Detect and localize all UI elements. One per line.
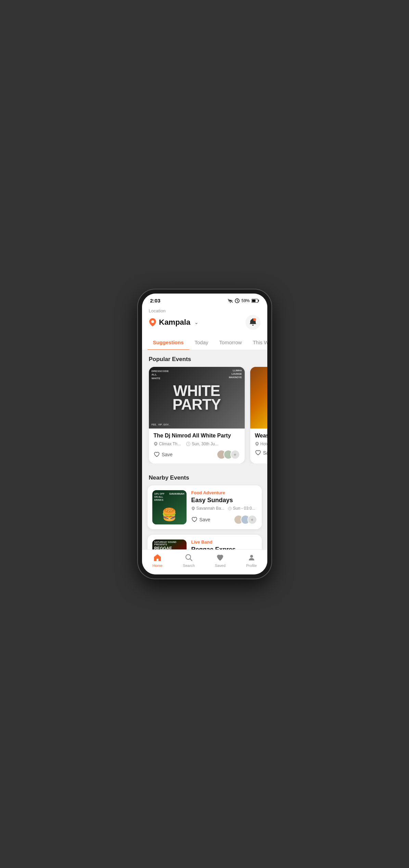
popular-events-title: Popular Events xyxy=(142,356,267,367)
venue-meta-wease: Hotel... xyxy=(255,442,267,446)
search-icon xyxy=(184,553,193,562)
nav-item-home[interactable]: Home xyxy=(142,553,174,568)
battery-label: 59% xyxy=(241,298,250,303)
notification-button[interactable] xyxy=(245,315,260,330)
event-image-wease: ★ xyxy=(250,367,267,429)
nearby-image-reggae: SATURDAY SOUNDPRESENTS REGGAEXPRESSMONDA… xyxy=(152,540,187,549)
nav-item-search[interactable]: Search xyxy=(173,553,205,568)
venue-pin-icon xyxy=(154,442,158,446)
svg-rect-3 xyxy=(258,300,259,301)
calendar-icon xyxy=(186,442,190,446)
venue-meta-easy: Savannah Ba... xyxy=(191,506,225,511)
chevron-down-icon[interactable]: ⌄ xyxy=(194,320,199,325)
nav-item-profile[interactable]: Profile xyxy=(236,553,267,568)
event-name-wease: Wease... xyxy=(255,433,267,439)
date-meta-easy: Sun - 03:0... xyxy=(228,506,255,511)
nearby-name-reggae: Reggae Expres... xyxy=(191,546,257,549)
clock-icon xyxy=(235,298,240,303)
time-icon-easy xyxy=(228,507,232,510)
nearby-info-easy-sundays: Food Adventure Easy Sundays Savannah Ba.… xyxy=(191,490,257,524)
tab-suggestions[interactable]: Suggestions xyxy=(148,335,189,350)
avatar-plus-easy: + xyxy=(247,515,257,524)
nav-label-profile: Profile xyxy=(246,563,257,568)
event-meta-wease: Hotel... xyxy=(255,442,267,446)
svg-point-6 xyxy=(253,318,256,321)
battery-icon xyxy=(252,299,259,303)
venue-pin-icon-3 xyxy=(191,507,195,510)
heart-icon-easy xyxy=(191,517,197,523)
svg-rect-4 xyxy=(252,299,255,302)
event-card-all-white[interactable]: DRESSCODEALLWHITE LLIMHALOUNGEMAKINOYE W… xyxy=(149,367,245,463)
location-left: Kampala ⌄ xyxy=(149,318,199,327)
nav-label-saved: Saved xyxy=(215,563,226,568)
nearby-meta-easy-sundays: Savannah Ba... Sun - 03:0... xyxy=(191,506,257,511)
tab-tomorrow[interactable]: Tomorrow xyxy=(214,335,247,350)
main-content: Popular Events DRESSCODEALLWHITE LLIMHAL… xyxy=(142,350,267,549)
status-time: 2:03 xyxy=(150,298,161,303)
svg-point-9 xyxy=(256,443,258,444)
tab-this-week[interactable]: This We... xyxy=(247,335,267,350)
phone-screen: 2:03 59% xyxy=(142,294,267,574)
nearby-events-title: Nearby Events xyxy=(142,474,267,485)
save-button-wease[interactable]: Sav... xyxy=(255,450,267,456)
event-name-all-white: The Dj Nimrod All White Party xyxy=(154,433,240,439)
nearby-name-easy-sundays: Easy Sundays xyxy=(191,497,257,504)
event-info-all-white: The Dj Nimrod All White Party Climax Th.… xyxy=(149,429,245,463)
avatar-group-easy: + xyxy=(234,515,257,524)
nearby-card-reggae[interactable]: SATURDAY SOUNDPRESENTS REGGAEXPRESSMONDA… xyxy=(148,535,262,549)
avatar-plus: + xyxy=(230,450,240,459)
nav-label-home: Home xyxy=(153,563,163,568)
nearby-card-easy-sundays[interactable]: 10% OFFON ALLDRINKS SAVANNAH 🍔 Food Adve… xyxy=(148,485,262,529)
nearby-events-section: Nearby Events 10% OFFON ALLDRINKS SAVANN… xyxy=(142,469,267,549)
location-row: Kampala ⌄ xyxy=(149,315,260,330)
location-label: Location xyxy=(149,308,260,313)
home-icon xyxy=(153,553,162,562)
profile-icon xyxy=(247,553,256,562)
avatar-group-all-white: + xyxy=(217,450,240,459)
heart-icon-all-white xyxy=(154,451,160,458)
event-image-all-white: DRESSCODEALLWHITE LLIMHALOUNGEMAKINOYE W… xyxy=(149,367,245,429)
venue-pin-icon-2 xyxy=(255,442,259,446)
event-footer-all-white: Save + xyxy=(154,450,240,459)
saved-icon xyxy=(216,553,225,562)
svg-point-5 xyxy=(151,320,154,323)
nearby-info-reggae: Live Band Reggae Expres... Safari Maz... xyxy=(191,540,257,549)
popular-events-section: Popular Events DRESSCODEALLWHITE LLIMHAL… xyxy=(142,350,267,469)
nearby-category-easy-sundays: Food Adventure xyxy=(191,490,257,495)
event-info-wease: Wease... Hotel... xyxy=(250,429,267,460)
status-bar: 2:03 59% xyxy=(142,294,267,306)
phone-frame: 2:03 59% xyxy=(138,289,271,579)
svg-point-16 xyxy=(250,555,253,558)
header: Location Kampala ⌄ xyxy=(142,306,267,335)
date-meta: Sun, 30th Ju... xyxy=(186,442,218,446)
bell-icon xyxy=(249,318,257,326)
tabs-bar: Suggestions Today Tomorrow This We... xyxy=(142,335,267,350)
heart-icon-wease xyxy=(255,450,261,456)
popular-events-scroll[interactable]: DRESSCODEALLWHITE LLIMHALOUNGEMAKINOYE W… xyxy=(142,367,267,463)
event-footer-wease: Sav... xyxy=(255,450,267,456)
svg-point-7 xyxy=(155,443,156,444)
event-card-wease[interactable]: ★ Wease... Hote xyxy=(250,367,267,463)
location-city: Kampala xyxy=(159,318,191,327)
nearby-footer-easy: Save + xyxy=(191,515,257,524)
wifi-icon xyxy=(228,299,233,303)
svg-line-15 xyxy=(190,559,192,561)
nearby-category-reggae: Live Band xyxy=(191,540,257,545)
nav-item-saved[interactable]: Saved xyxy=(205,553,236,568)
bottom-nav: Home Search Saved xyxy=(142,549,267,574)
venue-meta: Climax Th... xyxy=(154,442,181,446)
save-button-all-white[interactable]: Save xyxy=(154,451,173,458)
location-pin-icon xyxy=(149,319,156,326)
status-icons: 59% xyxy=(228,298,259,303)
nav-label-search: Search xyxy=(183,563,195,568)
tab-today[interactable]: Today xyxy=(189,335,214,350)
save-button-easy-sundays[interactable]: Save xyxy=(191,517,210,523)
nearby-image-easy-sundays: 10% OFFON ALLDRINKS SAVANNAH 🍔 xyxy=(152,490,187,524)
event-meta-all-white: Climax Th... Sun, 30th Ju... xyxy=(154,442,240,446)
svg-point-10 xyxy=(192,507,194,509)
